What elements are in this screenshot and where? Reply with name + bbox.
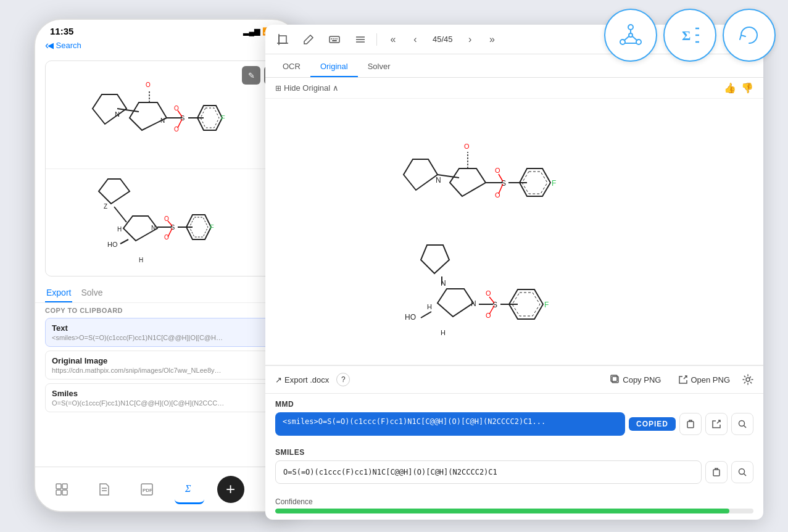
mmd-paste-btn[interactable]: [679, 413, 702, 435]
smiles-label: SMILES: [275, 448, 753, 457]
network-circle-btn[interactable]: [604, 9, 657, 62]
crop-btn[interactable]: [273, 30, 292, 49]
desktop-svg-bottom: N H H HO N: [385, 236, 644, 347]
export-help-btn[interactable]: ?: [336, 373, 350, 386]
confidence-section: Confidence: [265, 494, 763, 520]
clipboard-item-smiles-sub: O=S(=O)(c1ccc(F)cc1)N1C[C@@H](O)[C@H](N2…: [52, 399, 225, 407]
paste-icon-2: [711, 467, 721, 477]
phone-edit-btn[interactable]: ✎: [242, 66, 260, 85]
back-label[interactable]: ◀ Search: [48, 41, 81, 50]
export-icon: ↗: [275, 375, 282, 384]
nav-prev-btn[interactable]: ‹: [405, 30, 425, 49]
nav-first-btn[interactable]: «: [383, 30, 403, 49]
svg-rect-51: [62, 490, 67, 495]
bottom-pdf-btn[interactable]: PDF: [132, 475, 162, 504]
toolbar-counter: 45/45: [428, 35, 458, 44]
mmd-label: MMD: [275, 400, 753, 409]
tab-ocr[interactable]: OCR: [273, 57, 310, 77]
svg-marker-29: [99, 179, 130, 204]
smiles-section: SMILES: [265, 446, 763, 494]
clipboard-item-smiles[interactable]: Smiles O=S(=O)(c1ccc(F)cc1)N1C[C@@H](O)[…: [45, 383, 288, 412]
pdf-icon: PDF: [140, 483, 154, 496]
signal-icon: ▂▄▆: [243, 27, 260, 36]
thumbs-down-btn[interactable]: 👎: [741, 82, 753, 94]
sync-icon: [736, 22, 762, 48]
clipboard-item-text[interactable]: Text <smiles>O=S(=O)(c1ccc(F)cc1)N1C[C@@…: [45, 318, 288, 347]
smiles-row: [275, 460, 753, 484]
chem-svg-bottom: Z H H N HO S O: [80, 173, 253, 272]
svg-point-0: [628, 25, 633, 30]
confidence-bar-bg: [275, 509, 753, 513]
tab-solve[interactable]: Solve: [80, 285, 104, 302]
chem-display-inner: N S O O: [265, 99, 763, 365]
copied-badge: COPIED: [629, 417, 676, 431]
sync-circle-btn[interactable]: [723, 9, 776, 62]
smiles-paste-btn[interactable]: [705, 461, 728, 483]
clipboard-title: COPY TO CLIPBOARD: [45, 307, 288, 314]
tab-solver[interactable]: Solver: [358, 57, 400, 77]
nav-next-btn[interactable]: ›: [460, 30, 480, 49]
hide-original-bar: ⊞ Hide Original ∧ 👍 👎: [265, 78, 763, 99]
clipboard-item-image[interactable]: Original Image https://cdn.mathpix.com/s…: [45, 351, 288, 380]
export-docx-btn[interactable]: ↗ Export .docx: [275, 375, 329, 384]
keyboard-btn[interactable]: [325, 30, 344, 49]
bottom-grid-btn[interactable]: [47, 475, 77, 504]
tab-export[interactable]: Export: [45, 285, 72, 302]
phone-status-bar: 11:35 ▂▄▆ 📶 🔋: [35, 20, 298, 39]
settings-btn[interactable]: [742, 374, 753, 385]
formula-circle-btn[interactable]: Σ: [663, 9, 716, 62]
svg-point-3: [629, 33, 632, 37]
clipboard-item-smiles-title: Smiles: [52, 389, 281, 398]
svg-line-37: [120, 239, 128, 244]
bottom-doc-btn[interactable]: [89, 475, 119, 504]
svg-rect-49: [62, 484, 67, 489]
svg-text:F: F: [221, 114, 225, 122]
bottom-formula-btn[interactable]: Σ: [175, 475, 204, 504]
svg-marker-86: [421, 245, 449, 273]
phone-time: 11:35: [50, 26, 73, 36]
toolbar-sep: [376, 33, 377, 46]
pen-btn[interactable]: [299, 30, 318, 49]
smiles-search-btn[interactable]: [731, 461, 753, 483]
phone-mockup: 11:35 ▂▄▆ 📶 🔋 ‹ ◀ Search ✎ ···: [34, 19, 299, 512]
chevron-up-icon: ∧: [333, 83, 339, 93]
feedback-icons: 👍 👎: [724, 82, 753, 94]
open-png-btn[interactable]: Open PNG: [673, 372, 735, 387]
menu-btn[interactable]: [350, 30, 370, 49]
svg-point-109: [739, 421, 745, 426]
mmd-section: MMD <smiles>O=S(=O)(c1ccc(F)cc1)N1C[C@@H…: [265, 394, 763, 446]
svg-text:O: O: [486, 289, 491, 297]
copy-icon: [610, 375, 620, 384]
tab-original[interactable]: Original: [310, 57, 358, 77]
mmd-value[interactable]: <smiles>O=S(=O)(c1ccc(F)cc1)N1C[C@@H](O)…: [275, 412, 625, 436]
svg-point-107: [746, 378, 750, 381]
svg-text:N: N: [151, 225, 156, 231]
hide-original-label[interactable]: Hide Original: [284, 83, 330, 93]
smiles-input[interactable]: [275, 460, 702, 484]
svg-text:O: O: [464, 143, 470, 150]
nav-last-btn[interactable]: »: [483, 30, 502, 49]
svg-text:Σ: Σ: [682, 28, 691, 43]
chem-svg-top: N S O O F: [80, 69, 253, 161]
svg-line-6: [632, 36, 637, 41]
svg-text:Z: Z: [104, 203, 107, 210]
svg-rect-111: [713, 470, 720, 476]
svg-text:H: H: [117, 226, 122, 233]
svg-text:N: N: [160, 117, 165, 124]
svg-text:O: O: [495, 167, 500, 174]
open-icon: [678, 375, 688, 384]
mmd-search-btn[interactable]: [731, 413, 753, 435]
svg-text:H: H: [139, 257, 143, 264]
formula-bottom-icon: Σ: [183, 481, 196, 495]
export-bar: ↗ Export .docx ? Copy PNG Open PNG: [265, 365, 763, 394]
copy-png-btn[interactable]: Copy PNG: [605, 372, 666, 387]
svg-text:H: H: [441, 329, 446, 336]
clipboard-item-text-sub: <smiles>O=S(=O)(c1ccc(F)cc1)N1C[C@@H]|O|…: [52, 334, 225, 341]
thumbs-up-btn[interactable]: 👍: [724, 82, 736, 94]
mmd-export-btn[interactable]: [705, 413, 728, 435]
clipboard-item-text-title: Text: [52, 323, 281, 333]
search-icon: [737, 419, 747, 429]
svg-rect-50: [56, 490, 61, 495]
add-button[interactable]: +: [217, 476, 244, 503]
svg-text:F: F: [210, 223, 214, 231]
